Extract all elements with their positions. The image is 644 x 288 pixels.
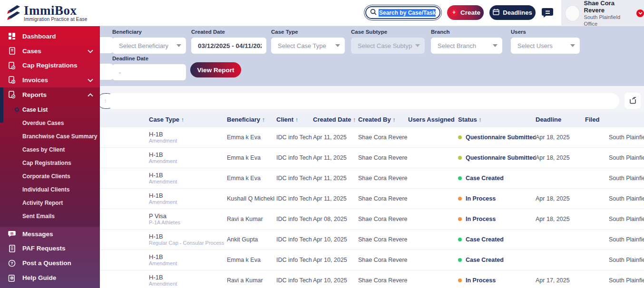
case-type-label: Case Type (271, 29, 345, 35)
sidebar-subitem-corporate-clients[interactable]: Corporate Clients (0, 170, 100, 183)
table-row[interactable]: P VisaP-1A AthletesRavi a KumarIDC info … (100, 209, 644, 230)
sidebar-subitem-cases-by-client[interactable]: Cases by Client (0, 143, 100, 156)
table-search-input[interactable] (106, 93, 619, 109)
column-header-created-by[interactable]: Created By ↑ (358, 116, 408, 123)
cell-created-by: Shae Cora Revere (358, 175, 408, 182)
cell-status: In Process (458, 216, 536, 222)
deadlines-button[interactable]: Deadlines (489, 5, 536, 20)
branch-select[interactable]: Select Branch (431, 38, 502, 54)
question-icon: ? (8, 259, 16, 268)
view-report-button[interactable]: View Report (190, 62, 241, 77)
user-dropdown-icon[interactable] (636, 10, 644, 17)
cell-deadline: Apr 18, 2025 (536, 134, 585, 141)
sidebar-item-reports[interactable]: Reports (0, 87, 100, 102)
radio-bullet-icon (15, 107, 19, 112)
reports-icon (8, 90, 16, 99)
messages-topbar-icon[interactable] (541, 7, 554, 19)
cell-beneficiary: Ravi a Kumar (227, 216, 276, 222)
cutoff-filter-field[interactable] (98, 64, 113, 80)
cell-case-type: H-1BAmendment (149, 172, 227, 185)
sidebar-subitem-activity-report[interactable]: Activity Report (0, 196, 100, 210)
cell-status: Case Created (458, 175, 536, 182)
table-row[interactable]: H-1BAmendmentEmma k EvaIDC info TechApr … (100, 127, 644, 148)
created-date-field[interactable]: 03/12/2025 - 04/11/2025 (191, 38, 266, 54)
brand-name: ImmiBox (24, 4, 87, 17)
sidebar-item-cases[interactable]: Cases (0, 44, 100, 58)
cell-status: In Process (458, 277, 536, 284)
cell-created-by: Shae Cora Revere (358, 154, 408, 161)
sidebar-item-invoices[interactable]: $Invoices (0, 73, 100, 87)
beneficiary-select[interactable]: Select Beneficiary (112, 38, 186, 54)
table-row[interactable]: H-1BAmendmentEmma k EvaIDC info TechApr … (100, 168, 644, 189)
table-row[interactable]: H-1BAmendmentRavi a KumarIDC info TechAp… (100, 270, 644, 288)
create-button[interactable]: + Create (447, 5, 484, 20)
sidebar-subitem-branchwise-case-summary[interactable]: Branchwise Case Summary (0, 130, 100, 143)
cell-branch: South Plainfield Office (609, 154, 644, 161)
sidebar-item-dashboard[interactable]: Dashboard (0, 29, 100, 44)
beneficiary-label: Beneficiary (112, 29, 186, 35)
cases-icon (8, 47, 16, 55)
sidebar-subitem-sent-emails[interactable]: Sent Emails (0, 210, 100, 223)
cell-created-date: Apr 11, 2025 (313, 154, 358, 161)
svg-text:?: ? (10, 261, 13, 266)
deadline-date-field[interactable]: - (112, 64, 186, 80)
sort-asc-icon: ↑ (295, 116, 299, 123)
column-header-status[interactable]: Status ↑ (458, 116, 536, 123)
cell-beneficiary: Ravi a Kumar (227, 277, 276, 284)
export-button[interactable] (624, 93, 641, 109)
cell-status: In Process (458, 195, 536, 202)
chevron-down-icon (335, 44, 340, 47)
cell-client: IDC info Tech (276, 236, 313, 243)
table-row[interactable]: H-1BAmendmentEmma k EvaIDC info TechApr … (100, 148, 644, 168)
table-row[interactable]: H-1BRegular Cap - Consular ProcessingAnk… (100, 230, 644, 250)
column-header-case-type[interactable]: Case Type ↑ (149, 116, 227, 123)
sidebar-subitem-case-list[interactable]: Case List (0, 103, 100, 116)
search-input[interactable]: Search by Case/Task/Docu (365, 6, 440, 19)
table-row[interactable]: H-1BAmendmentEmma k EvaIDC info TechApr … (100, 250, 644, 270)
status-dot-icon (458, 278, 462, 282)
cell-client: IDC info Tech (276, 257, 313, 263)
user-name: Shae Cora Revere (584, 0, 631, 14)
sidebar-subitem-individual-clients[interactable]: Individual Clients (0, 183, 100, 196)
app-logo[interactable]: ImmiBox Immigration Practice at Ease (0, 0, 100, 26)
column-header-client[interactable]: Client ↑ (276, 116, 313, 123)
dashboard-icon (8, 32, 16, 40)
users-select[interactable]: Select Users (511, 38, 580, 54)
sidebar-item-post-a-question[interactable]: ?Post a Question (0, 256, 100, 270)
cell-status: Case Created (458, 257, 536, 263)
sort-asc-icon: ↑ (392, 116, 396, 123)
cell-branch: South Plainfield Office (609, 195, 644, 202)
chevron-down-icon (176, 44, 181, 47)
chevron-down-icon (88, 48, 93, 55)
cell-branch: South Plainfield Office (609, 216, 644, 222)
column-header-beneficiary[interactable]: Beneficiary ↑ (227, 116, 276, 123)
cell-client: IDC info Tech (276, 195, 313, 202)
sidebar-item-messages[interactable]: Messages (0, 227, 100, 241)
cell-case-type: H-1BAmendment (149, 253, 227, 267)
status-dot-icon (458, 135, 462, 139)
sidebar-subitem-cap-registrations[interactable]: Cap Registrations (0, 156, 100, 170)
sidebar-item-paf-requests[interactable]: PAF Requests (0, 241, 100, 256)
search-selected-text: Search by Case/Task/Docu (379, 9, 436, 17)
invoices-icon: $ (8, 76, 16, 84)
column-header-created-date[interactable]: Created Date ↑ (313, 116, 358, 123)
case-type-select[interactable]: Select Case Type (271, 38, 345, 54)
cell-beneficiary: Ankit Gupta (227, 236, 276, 243)
chevron-down-icon (570, 44, 575, 47)
column-header-users-assigned: Users Assigned (408, 116, 458, 123)
cell-created-by: Shae Cora Revere (358, 236, 408, 243)
sidebar-item-help-guide[interactable]: @Help Guide (0, 270, 100, 285)
cell-case-type: H-1BAmendment (149, 274, 227, 287)
sidebar-item-cap-registrations[interactable]: Cap Registrations (0, 58, 100, 73)
table-row[interactable]: H-1BAmendmentKushall Q MicheklIDC info T… (100, 189, 644, 209)
cutoff-filter-field[interactable] (98, 37, 113, 53)
cell-created-date: Apr 10, 2025 (313, 277, 358, 284)
filter-panel: BeneficiarySelect BeneficiaryCreated Dat… (100, 26, 644, 86)
users-label: Users (511, 29, 580, 35)
cell-branch: South Plainfield Office (609, 277, 644, 284)
cell-branch: South Plainfield Office (609, 236, 644, 243)
sidebar-subitem-overdue-cases[interactable]: Overdue Cases (0, 116, 100, 130)
svg-text:$: $ (12, 81, 14, 84)
cell-deadline: Apr 17, 2025 (536, 277, 585, 284)
user-menu[interactable]: Shae Cora Revere South Plainfield Office (561, 0, 644, 26)
